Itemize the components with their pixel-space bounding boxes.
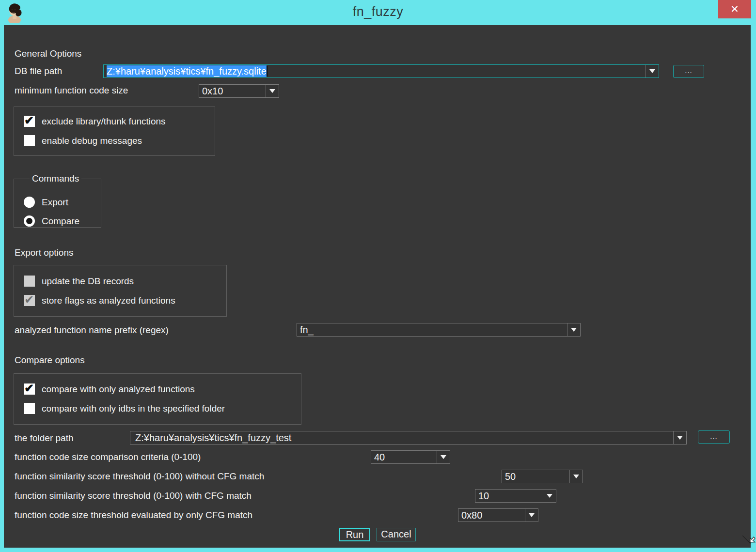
sim-without-cfg-combobox[interactable]: 50: [502, 470, 583, 483]
chevron-down-icon: [573, 475, 579, 478]
commands-group: Commands Export Compare: [14, 173, 101, 228]
check-icon: ✔: [24, 114, 34, 127]
folder-path-dropdown[interactable]: [673, 431, 686, 444]
enable-debug-checkbox-row[interactable]: enable debug messages: [24, 135, 142, 147]
commands-legend: Commands: [30, 173, 81, 184]
criteria-label: function code size comparison criteria (…: [15, 451, 201, 463]
store-flags-label: store flags as analyzed functions: [42, 295, 175, 307]
chevron-down-icon: [571, 328, 577, 332]
db-file-path-dropdown[interactable]: [646, 65, 659, 77]
sim-with-cfg-combobox[interactable]: 10: [475, 489, 556, 503]
compare-idbs-checkbox[interactable]: [24, 403, 35, 414]
criteria-value[interactable]: 40: [371, 451, 437, 463]
size-cfg-only-value[interactable]: 0x80: [458, 509, 525, 521]
sim-without-cfg-value[interactable]: 50: [502, 470, 569, 483]
enable-debug-checkbox[interactable]: [24, 135, 35, 146]
general-checkbox-group: ✔ exclude library/thunk functions enable…: [14, 107, 215, 156]
check-icon: ✔: [24, 293, 34, 307]
enable-debug-label: enable debug messages: [42, 135, 142, 147]
min-func-size-dropdown[interactable]: [266, 85, 279, 97]
general-options-heading: General Options: [15, 47, 81, 60]
sim-without-cfg-label: function similarity score threshold (0-1…: [15, 470, 264, 483]
size-cfg-only-label: function code size threshold evaluated b…: [15, 509, 252, 521]
compare-radio-label: Compare: [42, 215, 79, 227]
chevron-down-icon: [677, 436, 683, 440]
min-func-size-value[interactable]: 0x10: [199, 85, 266, 97]
sim-with-cfg-dropdown[interactable]: [543, 490, 556, 502]
export-options-heading: Export options: [15, 246, 73, 259]
export-radio-row[interactable]: Export: [24, 197, 68, 208]
exclude-library-checkbox[interactable]: ✔: [24, 116, 35, 127]
cancel-button[interactable]: Cancel: [377, 528, 416, 541]
compare-options-heading: Compare options: [15, 354, 85, 367]
radio-dot-icon: [26, 218, 32, 224]
check-icon: ✔: [24, 382, 34, 395]
min-func-size-label: minimum function code size: [15, 84, 128, 97]
export-radio-label: Export: [42, 197, 68, 208]
mouse-cursor: [742, 536, 756, 551]
folder-path-value[interactable]: Z:¥haru¥analysis¥tics¥fn_fuzzy_test: [130, 431, 673, 444]
compare-analyzed-label: compare with only analyzed functions: [42, 383, 195, 395]
store-flags-checkbox-row[interactable]: ✔ store flags as analyzed functions: [24, 295, 175, 307]
window-title: fn_fuzzy: [0, 4, 756, 19]
prefix-dropdown[interactable]: [567, 323, 580, 336]
compare-idbs-label: compare with only idbs in the specified …: [42, 403, 225, 414]
export-radio[interactable]: [24, 197, 35, 208]
chevron-down-icon: [529, 513, 535, 517]
size-cfg-only-dropdown[interactable]: [525, 509, 538, 521]
chevron-down-icon: [269, 89, 275, 93]
sim-without-cfg-dropdown[interactable]: [569, 470, 583, 483]
folder-path-browse-button[interactable]: ...: [698, 430, 730, 444]
size-cfg-only-combobox[interactable]: 0x80: [458, 508, 538, 522]
run-button[interactable]: Run: [339, 528, 370, 541]
store-flags-checkbox[interactable]: ✔: [24, 295, 35, 306]
text-caret: [267, 66, 268, 77]
update-db-checkbox-row[interactable]: update the DB records: [24, 276, 134, 287]
db-file-path-value[interactable]: Z:¥haru¥analysis¥tics¥fn_fuzzy.sqlite: [104, 65, 646, 77]
dialog-window: fn_fuzzy ✕ General Options DB file path …: [0, 0, 756, 552]
titlebar[interactable]: fn_fuzzy ✕: [0, 0, 756, 25]
prefix-combobox[interactable]: fn_: [297, 323, 581, 337]
sim-with-cfg-label: function similarity score threshold (0-1…: [15, 490, 252, 502]
folder-path-combobox[interactable]: Z:¥haru¥analysis¥tics¥fn_fuzzy_test: [130, 431, 687, 445]
chevron-down-icon: [649, 69, 655, 73]
db-file-path-browse-button[interactable]: ...: [673, 65, 704, 78]
close-button[interactable]: ✕: [718, 0, 751, 18]
folder-path-label: the folder path: [15, 432, 73, 445]
criteria-combobox[interactable]: 40: [371, 450, 450, 464]
compare-checkbox-group: ✔ compare with only analyzed functions c…: [14, 373, 301, 425]
prefix-value[interactable]: fn_: [297, 323, 567, 336]
compare-radio-row[interactable]: Compare: [24, 215, 79, 227]
update-db-checkbox[interactable]: [24, 276, 35, 287]
exclude-library-checkbox-row[interactable]: ✔ exclude library/thunk functions: [24, 116, 166, 127]
compare-radio[interactable]: [24, 215, 35, 227]
export-checkbox-group: update the DB records ✔ store flags as a…: [14, 265, 227, 317]
compare-analyzed-checkbox-row[interactable]: ✔ compare with only analyzed functions: [24, 383, 195, 395]
db-file-path-label: DB file path: [15, 65, 62, 77]
sim-with-cfg-value[interactable]: 10: [475, 490, 543, 502]
update-db-label: update the DB records: [42, 276, 134, 287]
min-func-size-combobox[interactable]: 0x10: [199, 84, 279, 98]
compare-analyzed-checkbox[interactable]: ✔: [24, 383, 35, 395]
chevron-down-icon: [547, 494, 552, 498]
exclude-library-label: exclude library/thunk functions: [42, 116, 166, 127]
db-file-path-combobox[interactable]: Z:¥haru¥analysis¥tics¥fn_fuzzy.sqlite: [103, 64, 659, 78]
prefix-label: analyzed function name prefix (regex): [15, 324, 169, 337]
dialog-body: General Options DB file path Z:¥haru¥ana…: [4, 25, 751, 548]
chevron-down-icon: [441, 455, 446, 459]
criteria-dropdown[interactable]: [437, 451, 450, 463]
compare-idbs-checkbox-row[interactable]: compare with only idbs in the specified …: [24, 403, 225, 414]
